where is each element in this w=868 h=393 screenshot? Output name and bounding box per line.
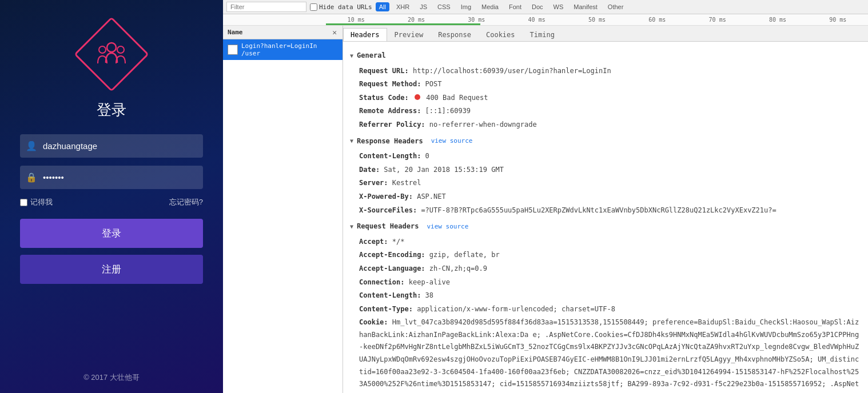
request-item-label: Login?hanler=LoginIn/user — [241, 42, 317, 57]
request-url-val: http://localhost:60939/user/Login?hanler… — [413, 67, 611, 75]
general-section-header: ▼ General — [350, 50, 861, 62]
resp-date-row: Date: Sat, 20 Jan 2018 15:53:19 GMT — [350, 163, 861, 177]
svg-point-1 — [107, 43, 116, 52]
general-label: General — [357, 50, 386, 62]
resp-content-length-val: 0 — [425, 152, 429, 160]
login-button[interactable]: 登录 — [20, 219, 203, 248]
request-url-row: Request URL: http://localhost:60939/user… — [350, 65, 861, 78]
response-view-source-link[interactable]: view source — [431, 135, 473, 147]
options-row: 记得我 忘记密码? — [20, 197, 203, 207]
filter-btn-ws[interactable]: WS — [550, 2, 567, 11]
user-icon: 👤 — [26, 141, 37, 151]
referrer-policy-val: no-referrer-when-downgrade — [429, 121, 537, 129]
request-view-source-link[interactable]: view source — [427, 221, 468, 232]
resp-server-key: Server: — [359, 179, 388, 187]
req-accept-language-val: zh-CN,zh;q=0.9 — [429, 264, 487, 272]
req-content-length-key: Content-Length: — [359, 291, 421, 299]
filter-btn-doc[interactable]: Doc — [528, 2, 547, 11]
name-column-header: Name — [228, 29, 243, 36]
resp-x-source-files-row: X-SourceFiles: =?UTF-8?B?RTpc6aG555uu5pa… — [350, 204, 861, 218]
timeline-label-70ms: 70 ms — [687, 17, 747, 23]
request-icon — [228, 45, 238, 55]
remote-address-val: [::1]:60939 — [425, 107, 471, 115]
tab-preview[interactable]: Preview — [387, 28, 431, 41]
resp-x-source-files-key: X-SourceFiles: — [359, 206, 417, 214]
req-accept-encoding-val: gzip, deflate, br — [429, 251, 500, 259]
tab-response[interactable]: Response — [431, 28, 479, 41]
req-content-length-val: 38 — [425, 291, 433, 299]
filter-btn-media[interactable]: Media — [478, 2, 502, 11]
hide-urls-label[interactable]: Hide data URLs — [310, 3, 372, 11]
page-title: 登录 — [97, 100, 126, 120]
remember-me-checkbox[interactable] — [20, 199, 27, 206]
filter-btn-xhr[interactable]: XHR — [393, 2, 413, 11]
request-headers-label: Request Headers — [357, 220, 419, 233]
timeline-label-50ms: 50 ms — [567, 17, 627, 23]
req-accept-encoding-row: Accept-Encoding: gzip, deflate, br — [350, 248, 861, 262]
resp-date-key: Date: — [359, 166, 380, 174]
req-connection-val: keep-alive — [409, 278, 450, 286]
main-content: Name ✕ Login?hanler=LoginIn/user Headers… — [223, 26, 868, 393]
req-content-type-row: Content-Type: application/x-www-form-url… — [350, 303, 861, 316]
headers-content: ▼ General Request URL: http://localhost:… — [343, 42, 868, 393]
request-method-row: Request Method: POST — [350, 78, 861, 91]
filter-btn-css[interactable]: CSS — [434, 2, 454, 11]
hide-urls-checkbox[interactable] — [310, 3, 317, 11]
req-accept-key: Accept: — [359, 238, 388, 246]
filter-btn-img[interactable]: Img — [457, 2, 475, 11]
timeline-label-40ms: 40 ms — [507, 17, 567, 23]
resp-server-row: Server: Kestrel — [350, 177, 861, 190]
req-accept-row: Accept: */* — [350, 235, 861, 249]
timeline-label-90ms: 90 ms — [808, 17, 868, 23]
tab-headers[interactable]: Headers — [343, 28, 387, 41]
request-method-val: POST — [425, 80, 442, 88]
svg-point-2 — [99, 46, 106, 53]
filter-input[interactable] — [226, 2, 306, 12]
filter-btn-js[interactable]: JS — [416, 2, 431, 11]
request-url-key: Request URL: — [359, 67, 409, 75]
req-content-length-row: Content-Length: 38 — [350, 289, 861, 303]
remote-address-key: Remote Address: — [359, 107, 421, 115]
filter-btn-other[interactable]: Other — [604, 2, 627, 11]
resp-x-powered-by-row: X-Powered-By: ASP.NET — [350, 190, 861, 204]
request-headers-section-header: ▼ Request Headers view source — [350, 220, 861, 233]
hide-urls-text: Hide data URLs — [319, 3, 372, 11]
forgot-password-link[interactable]: 忘记密码? — [169, 197, 203, 207]
timeline-label-60ms: 60 ms — [627, 17, 687, 23]
remember-me-label[interactable]: 记得我 — [20, 197, 53, 207]
referrer-policy-key: Referrer Policy: — [359, 121, 425, 129]
tab-timing[interactable]: Timing — [523, 28, 562, 41]
request-list-header: Name ✕ — [223, 26, 343, 39]
filter-btn-font[interactable]: Font — [505, 2, 525, 11]
req-accept-language-key: Accept-Language: — [359, 264, 425, 272]
response-headers-section-header: ▼ Response Headers view source — [350, 135, 861, 148]
password-input-group: 🔒 — [20, 166, 203, 189]
req-content-type-key: Content-Type: — [359, 305, 413, 313]
login-panel: 登录 👤 🔒 记得我 忘记密码? 登录 注册 © 2017 大壮他哥 — [0, 0, 223, 393]
username-input[interactable] — [43, 134, 197, 158]
req-cookie-row: Cookie: Hm_lvt_047ca3b89420d985d595f884f… — [350, 316, 861, 393]
response-headers-triangle-icon: ▼ — [350, 136, 353, 146]
timeline-label-20ms: 20 ms — [386, 17, 446, 23]
resp-x-powered-by-key: X-Powered-By: — [359, 193, 413, 200]
req-cookie-val: Hm_lvt_047ca3b89420d985d595f884f36d83aa=… — [359, 318, 859, 393]
response-headers-label: Response Headers — [357, 135, 423, 148]
svg-rect-0 — [75, 18, 148, 90]
status-code-key: Status Code: — [359, 94, 409, 102]
filter-btn-manifest[interactable]: Manifest — [570, 2, 601, 11]
status-code-val: 400 Bad Request — [426, 94, 488, 102]
close-detail-button[interactable]: ✕ — [331, 28, 338, 37]
password-input[interactable] — [43, 166, 197, 189]
request-item[interactable]: Login?hanler=LoginIn/user — [223, 39, 343, 60]
referrer-policy-row: Referrer Policy: no-referrer-when-downgr… — [350, 118, 861, 132]
register-button[interactable]: 注册 — [20, 255, 203, 284]
req-connection-key: Connection: — [359, 278, 404, 286]
req-content-type-val: application/x-www-form-urlencoded; chars… — [417, 305, 615, 313]
svg-point-3 — [117, 46, 124, 53]
resp-server-val: Kestrel — [392, 179, 421, 187]
timeline-label-80ms: 80 ms — [747, 17, 807, 23]
resp-x-source-files-val: =?UTF-8?B?RTpc6aG555uu5paH5Lu2XERpZWdvLk… — [421, 206, 776, 214]
tab-cookies[interactable]: Cookies — [479, 28, 523, 41]
username-input-group: 👤 — [20, 134, 203, 158]
filter-btn-all[interactable]: All — [376, 2, 389, 11]
